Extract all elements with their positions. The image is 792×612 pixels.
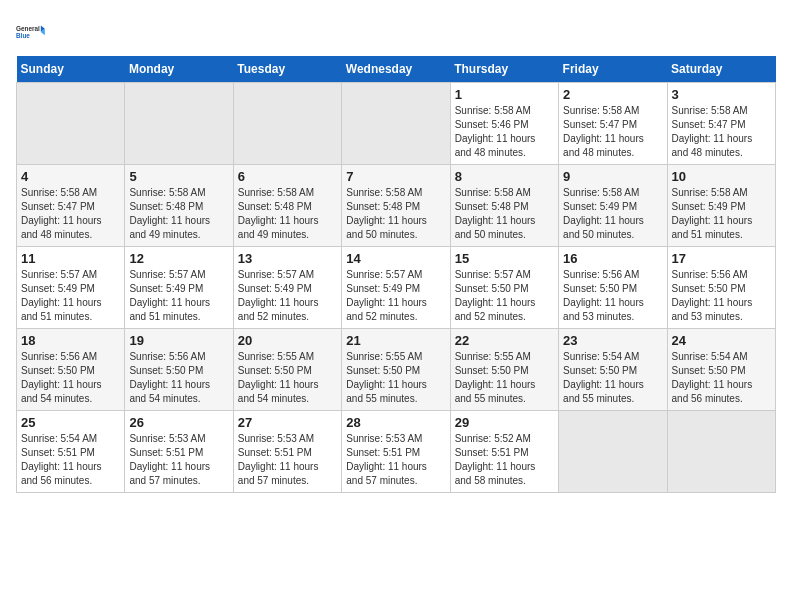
day-info: Sunrise: 5:56 AM Sunset: 5:50 PM Dayligh…	[563, 268, 662, 324]
day-info: Sunrise: 5:58 AM Sunset: 5:48 PM Dayligh…	[346, 186, 445, 242]
calendar-header: SundayMondayTuesdayWednesdayThursdayFrid…	[17, 56, 776, 83]
day-number: 16	[563, 251, 662, 266]
day-number: 17	[672, 251, 771, 266]
day-number: 21	[346, 333, 445, 348]
calendar-cell: 3Sunrise: 5:58 AM Sunset: 5:47 PM Daylig…	[667, 83, 775, 165]
calendar-cell: 23Sunrise: 5:54 AM Sunset: 5:50 PM Dayli…	[559, 329, 667, 411]
day-number: 20	[238, 333, 337, 348]
calendar-cell: 19Sunrise: 5:56 AM Sunset: 5:50 PM Dayli…	[125, 329, 233, 411]
calendar-cell: 29Sunrise: 5:52 AM Sunset: 5:51 PM Dayli…	[450, 411, 558, 493]
calendar-body: 1Sunrise: 5:58 AM Sunset: 5:46 PM Daylig…	[17, 83, 776, 493]
day-info: Sunrise: 5:56 AM Sunset: 5:50 PM Dayligh…	[129, 350, 228, 406]
day-info: Sunrise: 5:57 AM Sunset: 5:49 PM Dayligh…	[346, 268, 445, 324]
calendar-cell: 9Sunrise: 5:58 AM Sunset: 5:49 PM Daylig…	[559, 165, 667, 247]
calendar-table: SundayMondayTuesdayWednesdayThursdayFrid…	[16, 56, 776, 493]
calendar-cell: 5Sunrise: 5:58 AM Sunset: 5:48 PM Daylig…	[125, 165, 233, 247]
day-number: 23	[563, 333, 662, 348]
calendar-cell: 28Sunrise: 5:53 AM Sunset: 5:51 PM Dayli…	[342, 411, 450, 493]
day-number: 26	[129, 415, 228, 430]
day-info: Sunrise: 5:56 AM Sunset: 5:50 PM Dayligh…	[672, 268, 771, 324]
day-number: 29	[455, 415, 554, 430]
calendar-cell	[667, 411, 775, 493]
day-number: 4	[21, 169, 120, 184]
day-info: Sunrise: 5:58 AM Sunset: 5:47 PM Dayligh…	[21, 186, 120, 242]
header: GeneralBlue	[16, 16, 776, 48]
calendar-cell: 27Sunrise: 5:53 AM Sunset: 5:51 PM Dayli…	[233, 411, 341, 493]
day-info: Sunrise: 5:58 AM Sunset: 5:49 PM Dayligh…	[563, 186, 662, 242]
day-header-tuesday: Tuesday	[233, 56, 341, 83]
day-info: Sunrise: 5:55 AM Sunset: 5:50 PM Dayligh…	[238, 350, 337, 406]
day-info: Sunrise: 5:57 AM Sunset: 5:50 PM Dayligh…	[455, 268, 554, 324]
calendar-cell: 4Sunrise: 5:58 AM Sunset: 5:47 PM Daylig…	[17, 165, 125, 247]
day-info: Sunrise: 5:56 AM Sunset: 5:50 PM Dayligh…	[21, 350, 120, 406]
calendar-cell: 2Sunrise: 5:58 AM Sunset: 5:47 PM Daylig…	[559, 83, 667, 165]
svg-text:Blue: Blue	[16, 32, 30, 39]
logo: GeneralBlue	[16, 16, 48, 48]
calendar-cell: 13Sunrise: 5:57 AM Sunset: 5:49 PM Dayli…	[233, 247, 341, 329]
calendar-cell: 21Sunrise: 5:55 AM Sunset: 5:50 PM Dayli…	[342, 329, 450, 411]
day-info: Sunrise: 5:58 AM Sunset: 5:47 PM Dayligh…	[563, 104, 662, 160]
week-row-5: 25Sunrise: 5:54 AM Sunset: 5:51 PM Dayli…	[17, 411, 776, 493]
day-header-monday: Monday	[125, 56, 233, 83]
day-number: 24	[672, 333, 771, 348]
calendar-cell: 18Sunrise: 5:56 AM Sunset: 5:50 PM Dayli…	[17, 329, 125, 411]
day-info: Sunrise: 5:53 AM Sunset: 5:51 PM Dayligh…	[346, 432, 445, 488]
calendar-cell	[125, 83, 233, 165]
day-number: 3	[672, 87, 771, 102]
day-number: 18	[21, 333, 120, 348]
week-row-4: 18Sunrise: 5:56 AM Sunset: 5:50 PM Dayli…	[17, 329, 776, 411]
day-info: Sunrise: 5:53 AM Sunset: 5:51 PM Dayligh…	[129, 432, 228, 488]
day-info: Sunrise: 5:57 AM Sunset: 5:49 PM Dayligh…	[21, 268, 120, 324]
day-number: 8	[455, 169, 554, 184]
calendar-cell: 17Sunrise: 5:56 AM Sunset: 5:50 PM Dayli…	[667, 247, 775, 329]
calendar-cell: 12Sunrise: 5:57 AM Sunset: 5:49 PM Dayli…	[125, 247, 233, 329]
day-number: 27	[238, 415, 337, 430]
day-number: 15	[455, 251, 554, 266]
day-info: Sunrise: 5:57 AM Sunset: 5:49 PM Dayligh…	[129, 268, 228, 324]
day-number: 14	[346, 251, 445, 266]
calendar-cell: 10Sunrise: 5:58 AM Sunset: 5:49 PM Dayli…	[667, 165, 775, 247]
day-info: Sunrise: 5:58 AM Sunset: 5:47 PM Dayligh…	[672, 104, 771, 160]
day-number: 22	[455, 333, 554, 348]
day-number: 11	[21, 251, 120, 266]
calendar-cell	[559, 411, 667, 493]
day-info: Sunrise: 5:54 AM Sunset: 5:50 PM Dayligh…	[563, 350, 662, 406]
week-row-1: 1Sunrise: 5:58 AM Sunset: 5:46 PM Daylig…	[17, 83, 776, 165]
calendar-cell: 20Sunrise: 5:55 AM Sunset: 5:50 PM Dayli…	[233, 329, 341, 411]
day-number: 13	[238, 251, 337, 266]
day-number: 1	[455, 87, 554, 102]
week-row-2: 4Sunrise: 5:58 AM Sunset: 5:47 PM Daylig…	[17, 165, 776, 247]
day-info: Sunrise: 5:55 AM Sunset: 5:50 PM Dayligh…	[346, 350, 445, 406]
calendar-cell: 1Sunrise: 5:58 AM Sunset: 5:46 PM Daylig…	[450, 83, 558, 165]
day-number: 19	[129, 333, 228, 348]
svg-text:General: General	[16, 25, 40, 32]
day-info: Sunrise: 5:57 AM Sunset: 5:49 PM Dayligh…	[238, 268, 337, 324]
day-header-saturday: Saturday	[667, 56, 775, 83]
day-header-sunday: Sunday	[17, 56, 125, 83]
day-number: 2	[563, 87, 662, 102]
day-number: 25	[21, 415, 120, 430]
day-info: Sunrise: 5:54 AM Sunset: 5:50 PM Dayligh…	[672, 350, 771, 406]
day-number: 5	[129, 169, 228, 184]
day-number: 9	[563, 169, 662, 184]
calendar-cell: 16Sunrise: 5:56 AM Sunset: 5:50 PM Dayli…	[559, 247, 667, 329]
calendar-cell: 6Sunrise: 5:58 AM Sunset: 5:48 PM Daylig…	[233, 165, 341, 247]
week-row-3: 11Sunrise: 5:57 AM Sunset: 5:49 PM Dayli…	[17, 247, 776, 329]
day-info: Sunrise: 5:53 AM Sunset: 5:51 PM Dayligh…	[238, 432, 337, 488]
day-header-wednesday: Wednesday	[342, 56, 450, 83]
logo-icon: GeneralBlue	[16, 16, 48, 48]
calendar-cell: 11Sunrise: 5:57 AM Sunset: 5:49 PM Dayli…	[17, 247, 125, 329]
calendar-cell: 7Sunrise: 5:58 AM Sunset: 5:48 PM Daylig…	[342, 165, 450, 247]
calendar-cell: 25Sunrise: 5:54 AM Sunset: 5:51 PM Dayli…	[17, 411, 125, 493]
day-number: 28	[346, 415, 445, 430]
calendar-cell	[17, 83, 125, 165]
calendar-cell	[342, 83, 450, 165]
day-number: 6	[238, 169, 337, 184]
day-info: Sunrise: 5:55 AM Sunset: 5:50 PM Dayligh…	[455, 350, 554, 406]
day-info: Sunrise: 5:58 AM Sunset: 5:48 PM Dayligh…	[238, 186, 337, 242]
header-row: SundayMondayTuesdayWednesdayThursdayFrid…	[17, 56, 776, 83]
calendar-cell: 22Sunrise: 5:55 AM Sunset: 5:50 PM Dayli…	[450, 329, 558, 411]
day-info: Sunrise: 5:58 AM Sunset: 5:48 PM Dayligh…	[129, 186, 228, 242]
day-header-thursday: Thursday	[450, 56, 558, 83]
day-info: Sunrise: 5:58 AM Sunset: 5:49 PM Dayligh…	[672, 186, 771, 242]
